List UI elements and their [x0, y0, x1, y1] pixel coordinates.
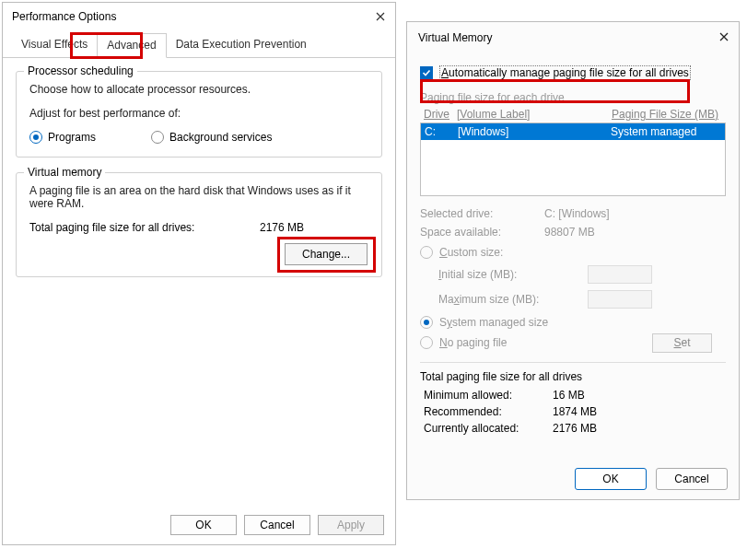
vm-legend: Virtual memory: [24, 166, 105, 179]
close-icon[interactable]: [373, 9, 388, 24]
each-drive-label: Paging file size for each drive: [420, 91, 726, 104]
maximum-size-label: Maximum size (MB):: [438, 293, 558, 306]
cancel-button[interactable]: Cancel: [244, 515, 310, 535]
selected-drive-value: C: [Windows]: [544, 207, 610, 220]
radio-programs-label: Programs: [48, 131, 96, 144]
perf-title: Performance Options: [12, 10, 116, 23]
ok-button[interactable]: OK: [575, 468, 647, 490]
radio-icon: [29, 131, 42, 144]
currently-value: 2176 MB: [553, 422, 597, 435]
radio-background-label: Background services: [169, 131, 272, 144]
processor-scheduling-group: Processor scheduling Choose how to alloc…: [16, 71, 382, 158]
radio-system-managed: System managed size: [420, 316, 726, 329]
divider: [420, 362, 726, 363]
perf-footer: OK Cancel Apply: [170, 515, 384, 535]
drive-size: System managed: [611, 125, 721, 138]
virtual-memory-group: Virtual memory A paging file is an area …: [16, 172, 382, 277]
header-drive: Drive: [424, 108, 457, 121]
vm-titlebar: Virtual Memory: [407, 22, 739, 51]
scheduling-adjust: Adjust for best performance of:: [29, 107, 368, 120]
ok-button[interactable]: OK: [170, 515, 237, 535]
radio-icon: [420, 336, 433, 349]
vm-desc: A paging file is an area on the hard dis…: [29, 184, 368, 210]
tab-strip: Visual Effects Advanced Data Execution P…: [3, 33, 395, 58]
vm-footer: OK Cancel: [575, 468, 728, 490]
drive-list[interactable]: C: [Windows] System managed: [420, 122, 726, 196]
close-icon[interactable]: [717, 29, 731, 44]
recommended-value: 1874 MB: [553, 405, 597, 418]
apply-button: Apply: [318, 515, 384, 535]
minimum-label: Minimum allowed:: [424, 389, 553, 402]
checkbox-checked-icon: [420, 66, 433, 79]
performance-options-dialog: Performance Options Visual Effects Advan…: [2, 2, 396, 545]
auto-manage-checkbox[interactable]: Automatically manage paging file size fo…: [420, 65, 726, 80]
virtual-memory-dialog: Virtual Memory Automatically manage pagi…: [406, 21, 740, 500]
drive-list-header: Drive [Volume Label] Paging File Size (M…: [420, 108, 726, 122]
change-button[interactable]: Change...: [285, 243, 368, 265]
set-button: Set: [652, 333, 712, 353]
initial-size-label: Initial size (MB):: [438, 268, 558, 281]
radio-custom-size: Custom size:: [420, 246, 726, 259]
recommended-label: Recommended:: [424, 405, 553, 418]
minimum-value: 16 MB: [553, 389, 585, 402]
auto-manage-label: Automatically manage paging file size fo…: [439, 65, 691, 80]
tab-dep[interactable]: Data Execution Prevention: [167, 33, 316, 57]
currently-label: Currently allocated:: [424, 422, 553, 435]
vm-total-label: Total paging file size for all drives:: [29, 221, 260, 234]
radio-icon: [151, 131, 164, 144]
vm-total-value: 2176 MB: [260, 221, 304, 234]
radio-programs[interactable]: Programs: [29, 131, 96, 144]
initial-size-input: [588, 265, 652, 284]
tab-visual-effects[interactable]: Visual Effects: [12, 33, 97, 57]
space-available-value: 98807 MB: [544, 226, 595, 239]
radio-background[interactable]: Background services: [151, 131, 272, 144]
radio-icon: [420, 316, 433, 329]
drive-row[interactable]: C: [Windows] System managed: [421, 123, 725, 140]
selected-drive-label: Selected drive:: [420, 207, 544, 220]
scheduling-desc: Choose how to allocate processor resourc…: [29, 83, 368, 96]
drive-volume: [Windows]: [458, 125, 611, 138]
drive-letter: C:: [425, 125, 458, 138]
scheduling-legend: Processor scheduling: [24, 64, 137, 77]
totals-title: Total paging file size for all drives: [420, 370, 726, 383]
cancel-button[interactable]: Cancel: [656, 468, 728, 490]
header-size: Paging File Size (MB): [612, 108, 722, 121]
header-volume: [Volume Label]: [457, 108, 612, 121]
tab-advanced[interactable]: Advanced: [97, 33, 166, 58]
space-available-label: Space available:: [420, 226, 544, 239]
vm-title: Virtual Memory: [418, 31, 492, 44]
maximum-size-input: [588, 290, 652, 309]
radio-icon: [420, 246, 433, 259]
perf-titlebar: Performance Options: [3, 3, 395, 28]
radio-no-paging: No paging file Set: [420, 336, 726, 349]
